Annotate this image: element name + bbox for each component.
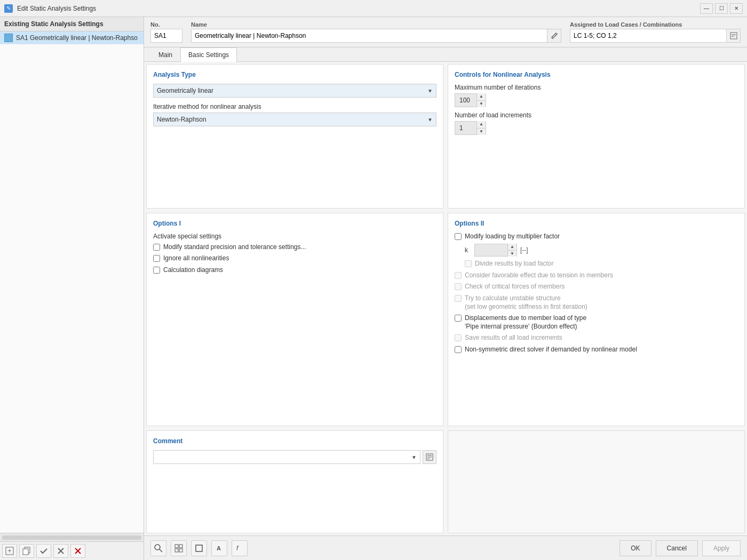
uncheck-button[interactable]: [53, 544, 68, 558]
window-controls: — ☐ ✕: [700, 3, 743, 14]
svg-line-17: [160, 549, 162, 552]
iterative-method-dropdown[interactable]: Newton-Raphson ▼: [153, 113, 436, 126]
name-label: Name: [191, 21, 561, 28]
delete-button[interactable]: [70, 544, 85, 558]
iterative-label: Iterative method for nonlinear analysis: [153, 103, 436, 110]
sidebar: Existing Static Analysis Settings SA1 Ge…: [0, 17, 144, 560]
max-iter-down[interactable]: ▼: [477, 101, 486, 108]
scroll-track: [2, 535, 141, 540]
num-load-input[interactable]: 1 ▲ ▼: [455, 121, 486, 135]
no-label: No.: [150, 21, 182, 28]
num-load-down[interactable]: ▼: [477, 129, 486, 135]
add-item-button[interactable]: +: [2, 544, 17, 558]
no-input[interactable]: [150, 29, 182, 43]
cb-calc[interactable]: [153, 267, 160, 274]
title-bar: ✎ Edit Static Analysis Settings — ☐ ✕: [0, 0, 747, 17]
check-button[interactable]: [36, 544, 51, 558]
cb-save-item: Save results of all load increments: [455, 334, 738, 342]
app-icon: ✎: [4, 4, 13, 13]
cb-displacements-item: Displacements due to member load of type…: [455, 314, 738, 331]
iterative-method-value: Newton-Raphson: [157, 116, 427, 123]
name-input[interactable]: [191, 29, 547, 43]
comment-edit-button[interactable]: [423, 450, 436, 464]
ok-button[interactable]: OK: [619, 540, 651, 556]
cb-favorable-label: Consider favorable effect due to tension…: [465, 271, 613, 280]
cb-nonsymmetric[interactable]: [455, 346, 462, 353]
cb-favorable-item: Consider favorable effect due to tension…: [455, 271, 738, 280]
num-load-label: Number of load increments: [455, 111, 738, 119]
grid-button[interactable]: [171, 540, 187, 556]
svg-rect-20: [175, 549, 178, 552]
cb-critical-label: Check of critical forces of members: [465, 283, 565, 291]
cb-modify-loading-label: Modify loading by multiplier factor: [465, 233, 560, 241]
maximize-button[interactable]: ☐: [715, 3, 728, 14]
comment-panel: Comment ▼: [146, 430, 443, 533]
sidebar-scrollbar[interactable]: [0, 533, 144, 541]
controls-title: Controls for Nonlinear Analysis: [455, 71, 738, 78]
max-iter-input[interactable]: 100 ▲ ▼: [455, 93, 486, 107]
cb-ignore[interactable]: [153, 255, 160, 262]
cb-favorable[interactable]: [455, 272, 462, 279]
k-input[interactable]: ▲ ▼: [474, 244, 517, 257]
form-header: No. Name Assigned to Load Cases / Combin: [144, 17, 747, 47]
cb-divide[interactable]: [465, 260, 472, 267]
close-button[interactable]: ✕: [730, 3, 743, 14]
search-button[interactable]: [150, 540, 166, 556]
options1-title: Options I: [153, 220, 436, 227]
cb-calc-item: Calculation diagrams: [153, 266, 436, 275]
sa1-icon: [4, 34, 13, 42]
max-iter-up[interactable]: ▲: [477, 93, 486, 101]
bottom-toolbar: A f OK Cancel Apply: [144, 535, 747, 560]
name-edit-button[interactable]: [547, 29, 561, 43]
svg-text:+: +: [7, 547, 11, 555]
k-spinners: ▲ ▼: [507, 244, 516, 257]
cancel-button[interactable]: Cancel: [656, 540, 698, 556]
svg-text:f: f: [236, 545, 239, 552]
max-iter-label: Maximum number of iterations: [455, 84, 738, 91]
svg-text:A: A: [217, 545, 221, 551]
box-button[interactable]: [191, 540, 207, 556]
k-down[interactable]: ▼: [508, 251, 516, 257]
assigned-input-group: [570, 29, 741, 43]
k-unit: [--]: [520, 246, 528, 254]
assigned-edit-button[interactable]: [727, 29, 741, 43]
analysis-type-title: Analysis Type: [153, 71, 436, 78]
cb-nonsymmetric-item: Non-symmetric direct solver if demanded …: [455, 346, 738, 354]
cb-critical[interactable]: [455, 283, 462, 290]
assigned-edit-icon: [730, 32, 737, 39]
activate-label: Activate special settings: [153, 233, 436, 240]
cb-modify-loading[interactable]: [455, 233, 462, 240]
cb-critical-item: Check of critical forces of members: [455, 283, 738, 291]
comment-title: Comment: [153, 437, 436, 445]
cb-divide-sub: Divide results by load factor: [465, 260, 738, 268]
svg-point-16: [155, 545, 160, 550]
cb-modify[interactable]: [153, 244, 160, 251]
sidebar-content: SA1 Geometrically linear | Newton-Raphso: [0, 31, 144, 533]
cb-unstable-item: Try to calculate unstable structure(set …: [455, 294, 738, 311]
content-area: Analysis Type Geometrically linear ▼ Ite…: [144, 62, 747, 535]
sidebar-toolbar: +: [0, 541, 144, 560]
cb-ignore-label: Ignore all nonlinearities: [163, 254, 229, 263]
assigned-input[interactable]: [570, 29, 727, 43]
no-field: No.: [150, 21, 182, 43]
sidebar-item-sa1[interactable]: SA1 Geometrically linear | Newton-Raphso: [0, 31, 144, 44]
cb-calc-label: Calculation diagrams: [163, 266, 223, 275]
comment-select[interactable]: ▼: [153, 450, 420, 464]
cb-unstable[interactable]: [455, 295, 462, 302]
copy-item-button[interactable]: [19, 544, 34, 558]
svg-rect-18: [175, 545, 178, 548]
analysis-type-arrow: ▼: [427, 88, 433, 94]
minimize-button[interactable]: —: [700, 3, 713, 14]
label-button[interactable]: A: [211, 540, 227, 556]
name-input-group: [191, 29, 561, 43]
num-load-up[interactable]: ▲: [477, 121, 486, 129]
apply-button[interactable]: Apply: [702, 540, 741, 556]
tab-basic-settings[interactable]: Basic Settings: [180, 47, 237, 62]
analysis-type-dropdown[interactable]: Geometrically linear ▼: [153, 84, 436, 98]
tab-main[interactable]: Main: [150, 47, 180, 62]
cb-displacements[interactable]: [455, 315, 462, 322]
formula-button[interactable]: f: [232, 540, 248, 556]
options2-title: Options II: [455, 220, 738, 227]
cb-save[interactable]: [455, 334, 462, 341]
k-up[interactable]: ▲: [508, 244, 516, 251]
